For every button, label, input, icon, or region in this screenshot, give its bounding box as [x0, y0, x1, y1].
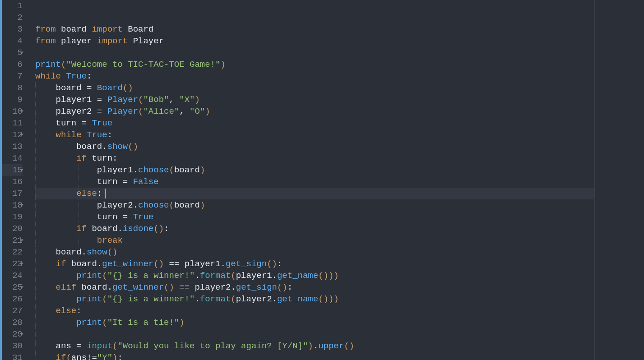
code-line[interactable]: from player import Player — [35, 35, 594, 47]
token-op: = — [123, 212, 128, 222]
line-number[interactable]: 13 — [2, 141, 23, 152]
line-number[interactable]: 28 — [2, 317, 23, 328]
code-line[interactable]: if board.isdone(): — [35, 223, 594, 235]
code-line[interactable]: elif board.get_winner() == player2.get_s… — [35, 282, 594, 293]
token-str: "It is a tie!" — [107, 318, 180, 328]
code-line[interactable]: print("It is a tie!") — [35, 317, 594, 328]
token-id — [164, 259, 169, 269]
token-kw: while — [35, 71, 61, 81]
token-op: : — [117, 353, 122, 360]
line-number[interactable]: 7 — [2, 70, 23, 82]
token-id: board — [174, 200, 200, 210]
code-line[interactable]: while True: — [35, 129, 594, 141]
code-line[interactable]: if board.get_winner() == player1.get_sig… — [35, 258, 594, 270]
line-number[interactable]: 23 — [2, 258, 23, 270]
line-number[interactable]: 2 — [2, 12, 23, 23]
code-line[interactable] — [35, 47, 594, 59]
fold-chevron-icon[interactable] — [20, 333, 23, 336]
token-kw: if — [76, 224, 87, 234]
code-line[interactable]: print("{} is a winner!".format(player2.g… — [35, 293, 594, 305]
line-number[interactable]: 17 — [2, 188, 23, 199]
line-number[interactable]: 15 — [2, 164, 23, 176]
code-line[interactable]: turn = True — [35, 211, 594, 223]
line-number[interactable]: 16 — [2, 176, 23, 188]
minimap[interactable] — [594, 0, 644, 360]
line-number[interactable]: 19 — [2, 211, 23, 223]
line-number[interactable]: 29 — [2, 328, 23, 340]
line-number[interactable]: 5 — [2, 47, 23, 59]
line-number[interactable]: 12 — [2, 129, 23, 141]
code-line[interactable]: player1.choose(board) — [35, 164, 594, 176]
code-line[interactable]: from board import Board — [35, 23, 594, 35]
line-number[interactable]: 25 — [2, 282, 23, 293]
indent-guide — [35, 176, 36, 188]
fold-chevron-icon[interactable] — [20, 204, 23, 207]
line-number[interactable]: 11 — [2, 117, 23, 129]
code-line[interactable]: ans = input("Would you like to play agai… — [35, 340, 594, 352]
line-number[interactable]: 27 — [2, 305, 23, 317]
line-number[interactable]: 21 — [2, 235, 23, 246]
code-line[interactable]: board = Board() — [35, 82, 594, 94]
token-paren: ( — [66, 353, 71, 360]
code-line[interactable]: print("{} is a winner!".format(player1.g… — [35, 270, 594, 282]
code-line[interactable] — [35, 328, 594, 340]
code-editor-area[interactable]: from board import Boardfrom player impor… — [29, 0, 594, 360]
fold-chevron-icon[interactable] — [20, 263, 23, 265]
code-line[interactable]: if turn: — [35, 152, 594, 164]
line-number[interactable]: 8 — [2, 82, 23, 94]
token-id — [92, 83, 97, 93]
line-number[interactable]: 9 — [2, 94, 23, 106]
token-op: : — [112, 153, 117, 163]
code-line[interactable]: turn = True — [35, 117, 594, 129]
code-line[interactable]: while True: — [35, 70, 594, 82]
line-number[interactable]: 31 — [2, 352, 23, 360]
line-number-gutter[interactable]: 1234567891011121314151617181920212223242… — [2, 0, 29, 360]
token-paren: () — [277, 282, 287, 292]
fold-chevron-icon[interactable] — [20, 240, 23, 242]
token-str: "X" — [179, 95, 195, 105]
code-line[interactable]: board.show() — [35, 246, 594, 258]
line-number[interactable]: 30 — [2, 340, 23, 352]
code-line[interactable]: print("Welcome to TIC-TAC-TOE Game!") — [35, 59, 594, 70]
fold-chevron-icon[interactable] — [20, 134, 23, 136]
indent-guide — [35, 352, 36, 360]
indent-guide — [79, 199, 79, 211]
token-fn: print — [76, 318, 102, 328]
line-number[interactable]: 1 — [2, 0, 23, 12]
code-line[interactable]: if(ans!="Y"): — [35, 352, 594, 360]
code-line[interactable]: board.show() — [35, 141, 594, 152]
line-number[interactable]: 14 — [2, 152, 23, 164]
fold-chevron-icon[interactable] — [20, 52, 23, 54]
token-id: board. — [66, 259, 102, 269]
fold-chevron-icon[interactable] — [20, 286, 23, 289]
code-line[interactable]: else: — [35, 305, 594, 317]
indent-guide — [35, 246, 36, 258]
line-number[interactable]: 20 — [2, 223, 23, 235]
code-line[interactable]: else: — [35, 188, 594, 199]
code-line[interactable]: turn = False — [35, 176, 594, 188]
line-number[interactable]: 22 — [2, 246, 23, 258]
fold-chevron-icon[interactable] — [20, 169, 23, 171]
token-paren: ( — [102, 294, 107, 304]
line-number[interactable]: 10 — [2, 106, 23, 117]
code-line[interactable]: player2 = Player("Alice", "O") — [35, 106, 594, 117]
token-str: "{} is a winner!" — [107, 271, 195, 281]
code-line[interactable]: break — [35, 235, 594, 246]
line-number[interactable]: 26 — [2, 293, 23, 305]
line-number[interactable]: 6 — [2, 59, 23, 70]
code-line[interactable]: player1 = Player("Bob", "X") — [35, 94, 594, 106]
token-id — [35, 130, 56, 140]
token-id: board — [56, 24, 92, 34]
token-id — [82, 341, 87, 351]
indent-guide — [35, 305, 36, 317]
indent-guide — [35, 199, 36, 211]
token-id — [35, 318, 76, 328]
token-paren: () — [128, 142, 138, 152]
line-number[interactable]: 3 — [2, 23, 23, 35]
code-line[interactable]: player2.choose(board) — [35, 199, 594, 211]
line-number[interactable]: 24 — [2, 270, 23, 282]
line-number[interactable]: 4 — [2, 35, 23, 47]
fold-chevron-icon[interactable] — [20, 111, 23, 113]
line-number[interactable]: 18 — [2, 199, 23, 211]
indent-guide — [79, 211, 79, 223]
